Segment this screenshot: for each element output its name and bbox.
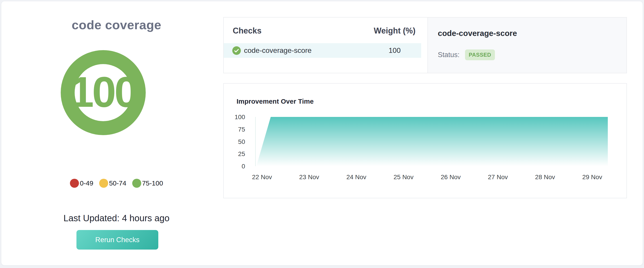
y-tick-label: 75 (238, 126, 245, 133)
rerun-checks-button[interactable]: Rerun Checks (76, 230, 158, 250)
x-tick-label: 22 Nov (252, 174, 272, 180)
x-tick-label: 29 Nov (582, 174, 602, 180)
checks-table-panel: Checks Weight (%) code-coverage-score100 (223, 17, 428, 73)
x-tick-label: 27 Nov (488, 174, 508, 180)
legend-label: 50-74 (109, 180, 126, 187)
legend-dot-icon (70, 179, 79, 188)
check-detail-panel: code-coverage-score Status: PASSED (428, 17, 627, 73)
y-tick-label: 100 (234, 114, 245, 120)
x-tick-label: 23 Nov (299, 174, 319, 180)
status-badge: PASSED (465, 50, 495, 60)
legend-dot-icon (132, 179, 141, 188)
legend-label: 75-100 (142, 180, 163, 187)
status-row: Status: PASSED (438, 50, 626, 60)
checks-column-header: Checks (233, 26, 370, 36)
check-name: code-coverage-score (244, 46, 370, 55)
improvement-area-chart: 100755025022 Nov23 Nov24 Nov25 Nov26 Nov… (224, 84, 626, 198)
improvement-chart-panel: Improvement Over Time 100755025022 Nov23… (223, 83, 627, 198)
x-tick-label: 25 Nov (394, 174, 414, 180)
y-tick-label: 25 (238, 150, 245, 158)
legend-item: 75-100 (132, 179, 163, 188)
last-updated-text: Last Updated: 4 hours ago (1, 213, 232, 223)
legend-dot-icon (99, 179, 108, 188)
x-tick-label: 26 Nov (441, 174, 461, 180)
score-section: code coverage 100 0-4950-7475-100 Last U… (1, 1, 232, 265)
area-series (256, 117, 608, 166)
dashboard-card: code coverage 100 0-4950-7475-100 Last U… (1, 1, 643, 265)
score-gauge-ring: 100 (61, 50, 146, 135)
checks-table-header: Checks Weight (%) (224, 18, 428, 36)
x-tick-label: 24 Nov (346, 174, 366, 180)
y-tick-label: 50 (238, 138, 245, 145)
check-weight: 100 (370, 46, 419, 55)
weight-column-header: Weight (%) (370, 26, 419, 36)
checks-table-body: code-coverage-score100 (224, 43, 428, 58)
legend-label: 0-49 (80, 180, 93, 187)
x-tick-label: 28 Nov (535, 174, 555, 180)
score-value: 100 (70, 70, 136, 115)
y-tick-label: 0 (242, 163, 245, 170)
top-panels-row: Checks Weight (%) code-coverage-score100… (223, 17, 627, 73)
check-circle-icon (232, 46, 241, 55)
legend-item: 50-74 (99, 179, 126, 188)
status-label: Status: (438, 51, 460, 59)
page-title: code coverage (1, 18, 232, 32)
legend-item: 0-49 (70, 179, 93, 188)
table-row[interactable]: code-coverage-score100 (224, 43, 421, 58)
gauge-legend: 0-4950-7475-100 (1, 179, 232, 188)
check-detail-title: code-coverage-score (438, 29, 626, 38)
